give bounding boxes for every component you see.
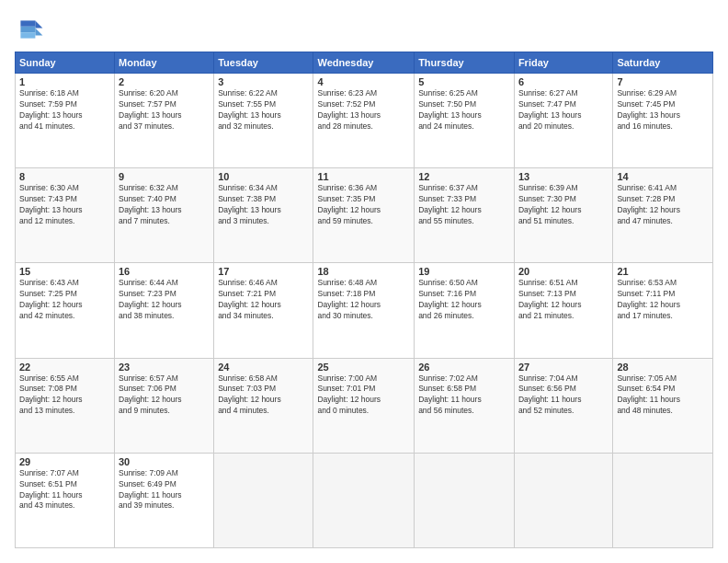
day-cell: 4Sunrise: 6:23 AMSunset: 7:52 PMDaylight…: [313, 74, 415, 168]
day-info: Sunrise: 6:36 AMSunset: 7:35 PMDaylight:…: [317, 183, 410, 227]
calendar-table: SundayMondayTuesdayWednesdayThursdayFrid…: [15, 52, 713, 548]
day-info: Sunrise: 6:23 AMSunset: 7:52 PMDaylight:…: [317, 88, 410, 132]
day-number: 9: [119, 171, 210, 182]
day-cell: 1Sunrise: 6:18 AMSunset: 7:59 PMDaylight…: [16, 74, 115, 168]
svg-marker-0: [35, 20, 42, 28]
day-number: 13: [518, 171, 609, 182]
day-number: 7: [617, 76, 709, 87]
day-info: Sunrise: 6:51 AMSunset: 7:13 PMDaylight:…: [518, 278, 609, 322]
day-info: Sunrise: 6:25 AMSunset: 7:50 PMDaylight:…: [418, 88, 510, 132]
day-info: Sunrise: 6:20 AMSunset: 7:57 PMDaylight:…: [119, 88, 210, 132]
day-cell: 18Sunrise: 6:48 AMSunset: 7:18 PMDayligh…: [313, 263, 415, 358]
day-cell: 16Sunrise: 6:44 AMSunset: 7:23 PMDayligh…: [115, 263, 214, 358]
svg-rect-3: [20, 27, 35, 32]
day-info: Sunrise: 6:22 AMSunset: 7:55 PMDaylight:…: [218, 88, 309, 132]
day-number: 5: [418, 76, 510, 87]
day-cell: 29Sunrise: 7:07 AMSunset: 6:51 PMDayligh…: [16, 453, 115, 547]
day-info: Sunrise: 6:37 AMSunset: 7:33 PMDaylight:…: [418, 183, 510, 227]
day-cell: [313, 453, 415, 547]
day-info: Sunrise: 6:39 AMSunset: 7:30 PMDaylight:…: [518, 183, 609, 227]
day-info: Sunrise: 6:34 AMSunset: 7:38 PMDaylight:…: [218, 183, 309, 227]
day-cell: 30Sunrise: 7:09 AMSunset: 6:49 PMDayligh…: [115, 453, 214, 547]
day-cell: [415, 453, 515, 547]
day-info: Sunrise: 6:57 AMSunset: 7:06 PMDaylight:…: [119, 373, 210, 418]
day-cell: 10Sunrise: 6:34 AMSunset: 7:38 PMDayligh…: [214, 168, 313, 263]
week-row-2: 8Sunrise: 6:30 AMSunset: 7:43 PMDaylight…: [16, 168, 713, 263]
col-header-wednesday: Wednesday: [313, 52, 415, 74]
day-cell: 2Sunrise: 6:20 AMSunset: 7:57 PMDaylight…: [115, 74, 214, 168]
day-number: 29: [19, 456, 110, 467]
day-info: Sunrise: 6:27 AMSunset: 7:47 PMDaylight:…: [518, 88, 609, 132]
day-cell: 14Sunrise: 6:41 AMSunset: 7:28 PMDayligh…: [613, 168, 713, 263]
day-info: Sunrise: 6:53 AMSunset: 7:11 PMDaylight:…: [617, 278, 709, 322]
day-number: 11: [317, 171, 410, 182]
day-number: 16: [119, 266, 210, 277]
logo-icon: [15, 15, 44, 44]
week-row-4: 22Sunrise: 6:55 AMSunset: 7:08 PMDayligh…: [16, 358, 713, 453]
day-number: 6: [518, 76, 609, 87]
day-cell: 26Sunrise: 7:02 AMSunset: 6:58 PMDayligh…: [415, 358, 515, 453]
day-number: 15: [19, 266, 110, 277]
day-cell: 15Sunrise: 6:43 AMSunset: 7:25 PMDayligh…: [16, 263, 115, 358]
day-number: 20: [518, 266, 609, 277]
day-number: 21: [617, 266, 709, 277]
day-cell: [514, 453, 612, 547]
day-cell: 24Sunrise: 6:58 AMSunset: 7:03 PMDayligh…: [214, 358, 313, 453]
day-info: Sunrise: 7:00 AMSunset: 7:01 PMDaylight:…: [317, 373, 410, 418]
day-number: 14: [617, 171, 709, 182]
day-info: Sunrise: 6:44 AMSunset: 7:23 PMDaylight:…: [119, 278, 210, 322]
day-number: 4: [317, 76, 410, 87]
logo: [15, 15, 48, 44]
day-number: 27: [518, 362, 609, 373]
day-info: Sunrise: 6:43 AMSunset: 7:25 PMDaylight:…: [19, 278, 110, 322]
day-info: Sunrise: 6:48 AMSunset: 7:18 PMDaylight:…: [317, 278, 410, 322]
day-cell: 13Sunrise: 6:39 AMSunset: 7:30 PMDayligh…: [514, 168, 612, 263]
day-number: 10: [218, 171, 309, 182]
day-cell: 5Sunrise: 6:25 AMSunset: 7:50 PMDaylight…: [415, 74, 515, 168]
day-info: Sunrise: 7:07 AMSunset: 6:51 PMDaylight:…: [19, 468, 110, 512]
day-number: 1: [19, 76, 110, 87]
col-header-sunday: Sunday: [16, 52, 115, 74]
svg-rect-4: [20, 32, 35, 38]
day-cell: 23Sunrise: 6:57 AMSunset: 7:06 PMDayligh…: [115, 358, 214, 453]
header: [15, 15, 713, 44]
col-header-friday: Friday: [514, 52, 612, 74]
day-info: Sunrise: 7:02 AMSunset: 6:58 PMDaylight:…: [418, 373, 510, 418]
day-cell: 6Sunrise: 6:27 AMSunset: 7:47 PMDaylight…: [514, 74, 612, 168]
day-info: Sunrise: 6:46 AMSunset: 7:21 PMDaylight:…: [218, 278, 309, 322]
day-number: 28: [617, 362, 709, 373]
day-number: 19: [418, 266, 510, 277]
day-number: 8: [19, 171, 110, 182]
day-number: 18: [317, 266, 410, 277]
day-cell: 17Sunrise: 6:46 AMSunset: 7:21 PMDayligh…: [214, 263, 313, 358]
day-cell: 12Sunrise: 6:37 AMSunset: 7:33 PMDayligh…: [415, 168, 515, 263]
day-info: Sunrise: 6:32 AMSunset: 7:40 PMDaylight:…: [119, 183, 210, 227]
svg-rect-2: [20, 20, 35, 26]
page: SundayMondayTuesdayWednesdayThursdayFrid…: [0, 0, 728, 563]
day-cell: 8Sunrise: 6:30 AMSunset: 7:43 PMDaylight…: [16, 168, 115, 263]
day-number: 24: [218, 362, 309, 373]
day-cell: [214, 453, 313, 547]
day-cell: 3Sunrise: 6:22 AMSunset: 7:55 PMDaylight…: [214, 74, 313, 168]
day-cell: 11Sunrise: 6:36 AMSunset: 7:35 PMDayligh…: [313, 168, 415, 263]
col-header-monday: Monday: [115, 52, 214, 74]
day-number: 23: [119, 362, 210, 373]
day-cell: 27Sunrise: 7:04 AMSunset: 6:56 PMDayligh…: [514, 358, 612, 453]
calendar-header-row: SundayMondayTuesdayWednesdayThursdayFrid…: [16, 52, 713, 74]
day-number: 12: [418, 171, 510, 182]
day-info: Sunrise: 7:09 AMSunset: 6:49 PMDaylight:…: [119, 468, 210, 512]
day-info: Sunrise: 7:04 AMSunset: 6:56 PMDaylight:…: [518, 373, 609, 418]
day-info: Sunrise: 6:41 AMSunset: 7:28 PMDaylight:…: [617, 183, 709, 227]
col-header-thursday: Thursday: [415, 52, 515, 74]
day-info: Sunrise: 6:29 AMSunset: 7:45 PMDaylight:…: [617, 88, 709, 132]
col-header-saturday: Saturday: [613, 52, 713, 74]
day-number: 3: [218, 76, 309, 87]
day-cell: 28Sunrise: 7:05 AMSunset: 6:54 PMDayligh…: [613, 358, 713, 453]
week-row-3: 15Sunrise: 6:43 AMSunset: 7:25 PMDayligh…: [16, 263, 713, 358]
week-row-5: 29Sunrise: 7:07 AMSunset: 6:51 PMDayligh…: [16, 453, 713, 547]
day-number: 25: [317, 362, 410, 373]
day-cell: 9Sunrise: 6:32 AMSunset: 7:40 PMDaylight…: [115, 168, 214, 263]
day-cell: 7Sunrise: 6:29 AMSunset: 7:45 PMDaylight…: [613, 74, 713, 168]
day-cell: [613, 453, 713, 547]
day-cell: 22Sunrise: 6:55 AMSunset: 7:08 PMDayligh…: [16, 358, 115, 453]
